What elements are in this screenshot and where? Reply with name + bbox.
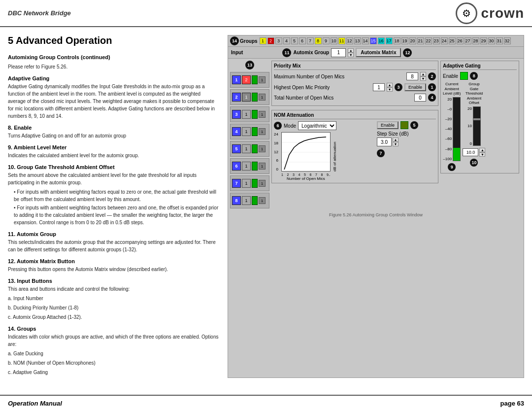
spin-up[interactable]: ▲: [348, 48, 354, 53]
group-4[interactable]: 4: [283, 37, 290, 44]
nom-chart-svg: [281, 132, 331, 171]
s14-b: b. NOM (Number of Open Microphones): [8, 359, 220, 367]
group-1[interactable]: 1: [260, 37, 266, 44]
s10-bullet2: • For inputs with ambient weighting fact…: [8, 204, 220, 226]
s-m40: –40: [443, 127, 452, 131]
group-18[interactable]: 18: [394, 37, 400, 44]
gate-threshold-slider[interactable]: [473, 106, 481, 146]
input-attached-2: 1: [259, 94, 266, 101]
input-row-6[interactable]: 6 1 1: [230, 158, 269, 174]
group-29[interactable]: 29: [480, 37, 487, 44]
input-attached-6: 1: [259, 163, 266, 170]
priority-enable-button[interactable]: Enable: [404, 83, 426, 91]
group-28[interactable]: 28: [472, 37, 479, 44]
g-0: 0: [467, 141, 472, 146]
group-24[interactable]: 24: [441, 37, 448, 44]
group-23[interactable]: 23: [433, 37, 440, 44]
y-label-24: 24: [274, 132, 278, 137]
group-26[interactable]: 26: [457, 37, 464, 44]
x-axis-title: Number of Open Mics: [281, 176, 331, 181]
x-1: 1: [281, 173, 283, 176]
s11-heading: 11. Automix Group: [8, 231, 220, 237]
group-11[interactable]: 11: [338, 37, 345, 44]
group-3[interactable]: 3: [275, 37, 282, 44]
input-row-5[interactable]: 5 1 1: [230, 141, 269, 157]
highest-mic-up[interactable]: ▲: [387, 83, 393, 87]
group-6[interactable]: 6: [299, 37, 306, 44]
gate-scale: 20 10 0: [467, 106, 472, 146]
chart-container: 24 18 12 6 0: [274, 132, 375, 181]
input-priority-6: 1: [242, 162, 251, 171]
input-row-4[interactable]: 4 1 1: [230, 124, 269, 139]
offset-spinner[interactable]: ▲ ▼: [479, 148, 485, 157]
group-9[interactable]: 9: [323, 37, 330, 44]
max-mics-down[interactable]: ▼: [420, 76, 426, 81]
group-8[interactable]: 8: [315, 37, 322, 44]
max-open-mics-label: Maximum Number of Open Mics: [274, 74, 404, 79]
step-down[interactable]: ▼: [393, 142, 399, 146]
x-4: 4: [298, 173, 300, 176]
input-buttons-panel: 13 1 2 1 2 1 1 3 1: [230, 61, 269, 208]
group-25[interactable]: 25: [449, 37, 456, 44]
offset-up[interactable]: ▲: [479, 148, 485, 152]
automix-matrix-button[interactable]: Automix Matrix: [356, 48, 401, 57]
group-15[interactable]: 15: [370, 37, 377, 44]
step-size-value[interactable]: 3.0: [377, 137, 392, 146]
offset-down[interactable]: ▼: [479, 152, 485, 157]
nom-enable-button[interactable]: Enable: [377, 121, 399, 129]
step-up[interactable]: ▲: [393, 137, 399, 142]
left-column: 5 Advanced Operation Automixing Group Co…: [8, 35, 220, 378]
mode-select[interactable]: Logarithmic Linear Off: [298, 121, 336, 130]
x-5: 5: [304, 173, 306, 176]
nom-left: 6 Mode Logarithmic Linear Off: [274, 121, 375, 181]
group-16[interactable]: 16: [378, 37, 385, 44]
input-group-8: [252, 196, 258, 205]
group-22[interactable]: 22: [425, 37, 432, 44]
group-2[interactable]: 2: [267, 37, 274, 44]
offset-value[interactable]: 10.0: [463, 148, 478, 156]
group-13[interactable]: 13: [354, 37, 361, 44]
y-label-18: 18: [274, 141, 278, 145]
highest-mic-down[interactable]: ▼: [387, 87, 393, 92]
automix-group-spinner[interactable]: ▲ ▼: [348, 48, 354, 57]
group-30[interactable]: 30: [488, 37, 495, 44]
badge-8: 8: [470, 72, 478, 80]
center-panels: Priority Mix Maximum Number of Open Mics…: [271, 61, 438, 183]
nom-attenuation-panel: NOM Attenuation 6 Mode Logarithmic Linea…: [271, 110, 438, 183]
input-row-1[interactable]: 1 2 1: [230, 72, 269, 88]
group-14[interactable]: 14: [362, 37, 369, 44]
group-32[interactable]: 32: [504, 37, 511, 44]
max-mics-up[interactable]: ▲: [420, 72, 426, 76]
adaptive-gating-panel: Adaptive Gating Enable 8 CurrentAmbientL…: [440, 61, 519, 173]
max-open-mics-value[interactable]: 8: [406, 72, 418, 80]
input-row-7[interactable]: 7 1 1: [230, 175, 269, 191]
s10-bullet1: • For inputs with ambient weighting fact…: [8, 188, 220, 203]
group-21[interactable]: 21: [417, 37, 424, 44]
input-attached-5: 1: [259, 145, 266, 152]
right-panels: Adaptive Gating Enable 8 CurrentAmbientL…: [440, 61, 522, 173]
input-row-8[interactable]: 8 1 1: [230, 193, 269, 208]
nom-inner: 6 Mode Logarithmic Linear Off: [274, 121, 436, 181]
adaptive-gating-text: Adaptive Gating dynamically modifies the…: [8, 83, 220, 120]
input-row-2[interactable]: 2 1 1: [230, 89, 269, 105]
input-row-3[interactable]: 3 1 1: [230, 106, 269, 122]
s-0: –0: [443, 107, 452, 111]
group-20[interactable]: 20: [409, 37, 416, 44]
step-size-row: Step Size (dB): [377, 131, 436, 137]
group-31[interactable]: 31: [496, 37, 503, 44]
group-19[interactable]: 19: [401, 37, 408, 44]
max-open-mics-spinner[interactable]: ▲ ▼: [420, 72, 426, 81]
automix-group-value[interactable]: 1: [331, 48, 346, 57]
group-17[interactable]: 17: [386, 37, 393, 44]
s10-heading: 10. Group Gate Threshold Ambient Offset: [8, 164, 220, 170]
spin-down[interactable]: ▼: [348, 53, 354, 57]
group-7[interactable]: 7: [307, 37, 314, 44]
highest-open-mic-value[interactable]: 1: [373, 83, 385, 91]
group-10[interactable]: 10: [331, 37, 337, 44]
group-27[interactable]: 27: [465, 37, 471, 44]
y-label-12: 12: [274, 150, 278, 154]
highest-mic-spinner[interactable]: ▲ ▼: [387, 83, 393, 92]
group-5[interactable]: 5: [291, 37, 298, 44]
step-size-spinner[interactable]: ▲ ▼: [393, 137, 399, 146]
group-12[interactable]: 12: [346, 37, 353, 44]
